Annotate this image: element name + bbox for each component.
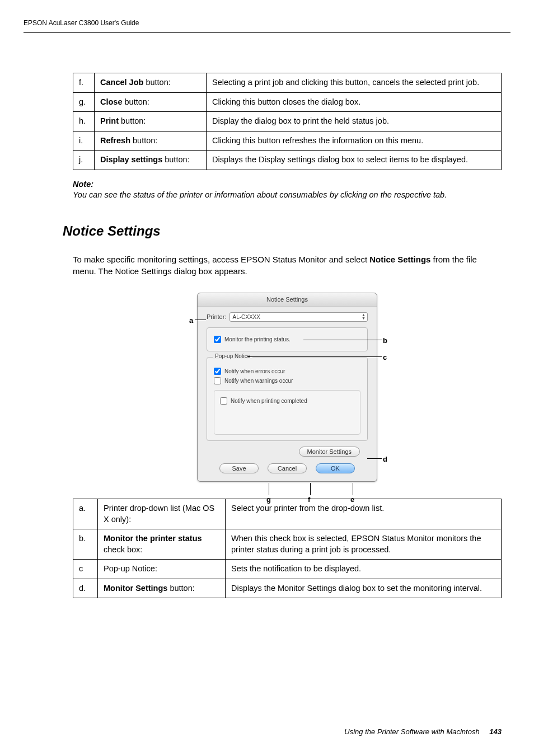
header-text: EPSON AcuLaser C3800 User's Guide bbox=[24, 19, 139, 27]
ok-button[interactable]: OK bbox=[316, 463, 355, 473]
row-desc: Clicking this button refreshes the infor… bbox=[207, 131, 502, 151]
connector-line bbox=[247, 356, 382, 357]
dialog-wrap: Notice Settings Printer: AL-CXXXX ▲▼ Mon… bbox=[73, 293, 502, 482]
row-label-rest: Printer drop-down list (Mac OS X only): bbox=[104, 504, 214, 524]
header-rule bbox=[24, 32, 510, 33]
callout-f: f bbox=[308, 495, 310, 504]
callout-a: a bbox=[189, 316, 193, 325]
page-content: f. Cancel Job button: Selecting a print … bbox=[73, 73, 502, 598]
row-desc: Displays the Display settings dialog box… bbox=[207, 151, 502, 170]
table-row: c Pop-up Notice: Sets the notification t… bbox=[73, 560, 502, 579]
table-row: d. Monitor Settings button: Displays the… bbox=[73, 579, 502, 598]
row-label: Cancel Job button: bbox=[95, 73, 207, 93]
connector-line bbox=[310, 483, 311, 495]
row-label-rest: button: bbox=[123, 97, 149, 106]
para-bold: Notice Settings bbox=[369, 255, 430, 264]
notify-warnings-checkbox[interactable] bbox=[214, 377, 221, 384]
printer-dropdown-value: AL-CXXXX bbox=[232, 314, 260, 320]
callout-d: d bbox=[383, 455, 387, 463]
row-label: Monitor the printer status check box: bbox=[98, 529, 226, 560]
row-index: d. bbox=[73, 579, 98, 598]
row-label: Close button: bbox=[95, 92, 207, 112]
row-label: Pop-up Notice: bbox=[98, 560, 226, 579]
monitor-status-label: Monitor the printing status. bbox=[224, 336, 291, 342]
cancel-button[interactable]: Cancel bbox=[268, 463, 307, 473]
connector-line bbox=[367, 458, 382, 459]
dialog-title: Notice Settings bbox=[198, 293, 377, 307]
row-label-bold: Print bbox=[100, 116, 119, 125]
row-label-rest: button: bbox=[167, 584, 194, 593]
section-paragraph: To make specific monitoring settings, ac… bbox=[73, 253, 502, 277]
row-label-rest: button: bbox=[130, 136, 157, 145]
row-desc: When this check box is selected, EPSON S… bbox=[226, 529, 502, 560]
table-row: h. Print button: Display the dialog box … bbox=[73, 112, 502, 132]
popup-notice-legend: Pop-up Notice bbox=[213, 353, 252, 359]
connector-line bbox=[195, 320, 206, 320]
notify-errors-label: Notify when errors occur bbox=[224, 368, 285, 374]
row-label: Printer drop-down list (Mac OS X only): bbox=[98, 499, 226, 529]
row-label-rest: button: bbox=[143, 78, 170, 87]
note-body: You can see the status of the printer or… bbox=[73, 190, 502, 201]
section-heading: Notice Settings bbox=[63, 223, 502, 239]
row-index: c bbox=[73, 560, 98, 579]
dialog-buttons-row: Save Cancel OK bbox=[198, 463, 377, 473]
notify-warnings-label: Notify when warnings occur bbox=[224, 378, 293, 384]
table-row: j. Display settings button: Displays the… bbox=[73, 151, 502, 170]
chevron-updown-icon: ▲▼ bbox=[362, 313, 366, 320]
table-row: f. Cancel Job button: Selecting a print … bbox=[73, 73, 502, 93]
para-pre: To make specific monitoring settings, ac… bbox=[73, 255, 369, 264]
callout-e: e bbox=[350, 495, 354, 504]
row-label: Monitor Settings button: bbox=[98, 579, 226, 598]
row-index: b. bbox=[73, 529, 98, 560]
page-footer: Using the Printer Software with Macintos… bbox=[344, 727, 502, 736]
page-number: 143 bbox=[489, 727, 502, 736]
notify-completed-row[interactable]: Notify when printing completed bbox=[220, 397, 354, 405]
row-label-bold: Monitor the printer status bbox=[104, 534, 202, 543]
row-label-rest: Pop-up Notice: bbox=[104, 564, 157, 573]
popup-notice-group: Pop-up Notice Notify when errors occur N… bbox=[207, 357, 368, 441]
monitor-settings-btn-row: Monitor Settings bbox=[207, 447, 368, 457]
row-index: g. bbox=[73, 92, 95, 112]
table-row: a. Printer drop-down list (Mac OS X only… bbox=[73, 499, 502, 529]
monitor-settings-button[interactable]: Monitor Settings bbox=[299, 447, 360, 457]
monitor-status-checkbox[interactable] bbox=[214, 336, 221, 343]
table-row: g. Close button: Clicking this button cl… bbox=[73, 92, 502, 112]
row-label: Print button: bbox=[95, 112, 207, 132]
connector-line bbox=[353, 483, 353, 495]
notice-settings-dialog: Notice Settings Printer: AL-CXXXX ▲▼ Mon… bbox=[197, 293, 377, 482]
note-title: Note: bbox=[73, 179, 502, 190]
connector-line bbox=[303, 340, 382, 340]
callout-c: c bbox=[383, 353, 387, 361]
row-desc: Sets the notification to be displayed. bbox=[226, 560, 502, 579]
row-desc: Displays the Monitor Settings dialog box… bbox=[226, 579, 502, 598]
row-label-bold: Display settings bbox=[100, 155, 162, 164]
row-desc: Selecting a print job and clicking this … bbox=[207, 73, 502, 93]
dialog-holder: Notice Settings Printer: AL-CXXXX ▲▼ Mon… bbox=[197, 293, 377, 482]
printer-label: Printer: bbox=[207, 313, 226, 320]
notify-errors-row[interactable]: Notify when errors occur bbox=[214, 368, 360, 375]
notify-completed-checkbox[interactable] bbox=[220, 397, 227, 405]
row-desc: Display the dialog box to print the held… bbox=[207, 112, 502, 132]
row-label: Display settings button: bbox=[95, 151, 207, 170]
row-index: i. bbox=[73, 131, 95, 151]
row-index: a. bbox=[73, 499, 98, 529]
connector-line bbox=[269, 483, 269, 495]
row-label: Refresh button: bbox=[95, 131, 207, 151]
row-desc: Clicking this button closes the dialog b… bbox=[207, 92, 502, 112]
row-index: j. bbox=[73, 151, 95, 170]
notify-warnings-row[interactable]: Notify when warnings occur bbox=[214, 377, 360, 384]
notify-completed-label: Notify when printing completed bbox=[231, 398, 307, 404]
row-label-bold: Close bbox=[100, 97, 123, 106]
footer-text: Using the Printer Software with Macintos… bbox=[344, 727, 479, 736]
row-label-rest: button: bbox=[162, 155, 189, 164]
callout-table: a. Printer drop-down list (Mac OS X only… bbox=[73, 499, 502, 598]
row-index: f. bbox=[73, 73, 95, 93]
row-label-bold: Monitor Settings bbox=[104, 584, 167, 593]
printer-dropdown[interactable]: AL-CXXXX ▲▼ bbox=[229, 312, 368, 322]
printer-row: Printer: AL-CXXXX ▲▼ bbox=[207, 312, 368, 322]
table-row: b. Monitor the printer status check box:… bbox=[73, 529, 502, 560]
notify-errors-checkbox[interactable] bbox=[214, 368, 221, 375]
printing-completed-subgroup: Notify when printing completed bbox=[214, 390, 360, 435]
save-button[interactable]: Save bbox=[219, 463, 259, 473]
dialog-body: Printer: AL-CXXXX ▲▼ Monitor the printin… bbox=[198, 307, 377, 457]
